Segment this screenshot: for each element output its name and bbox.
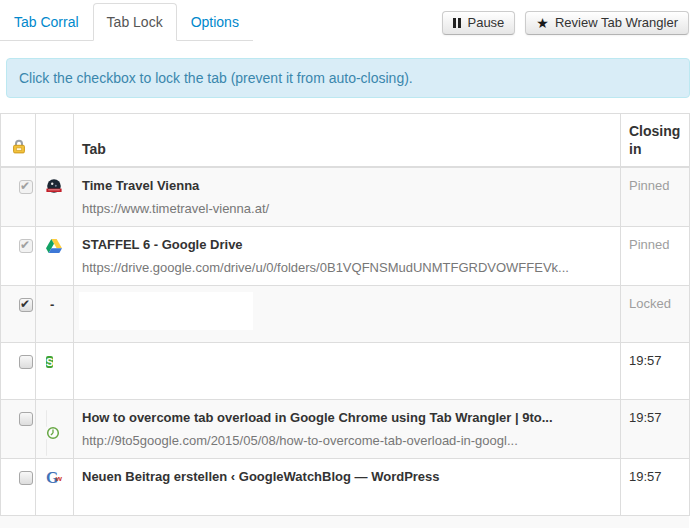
lock-checkbox (19, 239, 33, 253)
green-s-favicon: S (46, 354, 62, 370)
lock-column-header (1, 114, 36, 168)
tab-lock-tab[interactable]: Tab Lock (93, 3, 177, 41)
favicon-cell (36, 227, 74, 286)
tab-title: Time Travel Vienna (82, 178, 612, 193)
lock-checkbox[interactable] (19, 355, 33, 369)
tab-column-header: Tab (74, 114, 621, 168)
closing-in-value: Pinned (629, 178, 681, 193)
tab-cell (74, 286, 621, 343)
tab-cell: Time Travel Vienna https://www.timetrave… (74, 167, 621, 227)
closing-in-cell: Locked (621, 286, 690, 343)
lock-checkbox-cell (1, 286, 36, 343)
closing-in-value: 19:57 (629, 353, 681, 368)
lock-checkbox-cell (1, 227, 36, 286)
favicon-cell (36, 400, 74, 459)
tab-cell: STAFFEL 6 - Google Drive https://drive.g… (74, 227, 621, 286)
google-drive-favicon (46, 238, 62, 254)
table-row: Time Travel Vienna https://www.timetrave… (1, 167, 690, 227)
closing-in-cell: 19:57 (621, 400, 690, 459)
partial-next-row (0, 515, 689, 528)
favicon-column-header (36, 114, 74, 168)
closing-in-cell: 19:57 (621, 459, 690, 516)
table-row: - Locked (1, 286, 690, 343)
tab-options[interactable]: Options (177, 3, 253, 41)
favicon-cell: - (36, 286, 74, 343)
table-header-row: Tab Closing in (1, 114, 690, 168)
closing-in-value: Locked (629, 296, 681, 311)
table-row: STAFFEL 6 - Google Drive https://drive.g… (1, 227, 690, 286)
googlewatchblog-favicon: Gw (46, 470, 62, 486)
tab-cell: Neuen Beitrag erstellen ‹ GoogleWatchBlo… (74, 459, 621, 516)
lock-checkbox[interactable] (19, 471, 33, 485)
closing-in-value: 19:57 (629, 469, 681, 484)
star-icon: ★ (536, 16, 549, 30)
redacted-area (79, 292, 253, 330)
favicon-cell: S (36, 343, 74, 400)
lock-checkbox[interactable] (19, 298, 33, 312)
lock-checkbox-cell (1, 459, 36, 516)
tab-cell: How to overcome tab overload in Google C… (74, 400, 621, 459)
favicon-cell: Gw (36, 459, 74, 516)
pause-button-label: Pause (467, 15, 504, 31)
favicon-cell (36, 167, 74, 227)
closing-in-value: 19:57 (629, 410, 681, 425)
review-button-label: Review Tab Wrangler (555, 15, 678, 31)
closing-in-column-header: Closing in (621, 114, 690, 168)
pause-button[interactable]: Pause (442, 11, 515, 35)
tab-url: https://drive.google.com/drive/u/0/folde… (82, 260, 612, 275)
tab-title: How to overcome tab overload in Google C… (82, 410, 612, 425)
tab-title: Neuen Beitrag erstellen ‹ GoogleWatchBlo… (82, 469, 612, 484)
table-body: Time Travel Vienna https://www.timetrave… (1, 167, 690, 516)
toolbar: Pause ★ Review Tab Wrangler (442, 11, 689, 35)
table-row: Gw Neuen Beitrag erstellen ‹ GoogleWatch… (1, 459, 690, 516)
lock-info-text: Click the checkbox to lock the tab (prev… (19, 70, 413, 86)
table-row: S 19:57 (1, 343, 690, 400)
closing-in-cell: 19:57 (621, 343, 690, 400)
tab-lock-table: Tab Closing in Time Travel Vienna https:… (0, 113, 690, 516)
9to5google-clock-favicon (46, 411, 62, 427)
review-tab-wrangler-button[interactable]: ★ Review Tab Wrangler (525, 11, 689, 35)
lock-checkbox (19, 180, 33, 194)
closing-in-value: Pinned (629, 237, 681, 252)
tab-url: http://9to5google.com/2015/05/08/how-to-… (82, 433, 612, 448)
lock-info-banner: Click the checkbox to lock the tab (prev… (6, 58, 690, 98)
closing-in-cell: Pinned (621, 227, 690, 286)
missing-favicon-dash: - (46, 297, 62, 313)
lock-checkbox-cell (1, 400, 36, 459)
tab-title: STAFFEL 6 - Google Drive (82, 237, 612, 252)
closing-in-cell: Pinned (621, 167, 690, 227)
nav-tabs: Tab Corral Tab Lock Options (0, 3, 253, 41)
lock-icon (11, 138, 27, 154)
table-row: How to overcome tab overload in Google C… (1, 400, 690, 459)
lock-checkbox[interactable] (19, 412, 33, 426)
lock-checkbox-cell (1, 167, 36, 227)
tab-corral-tab[interactable]: Tab Corral (0, 3, 93, 41)
tab-url: https://www.timetravel-vienna.at/ (82, 201, 612, 216)
tab-cell (74, 343, 621, 400)
pause-icon (453, 18, 461, 28)
time-travel-vienna-favicon (46, 179, 62, 195)
lock-checkbox-cell (1, 343, 36, 400)
